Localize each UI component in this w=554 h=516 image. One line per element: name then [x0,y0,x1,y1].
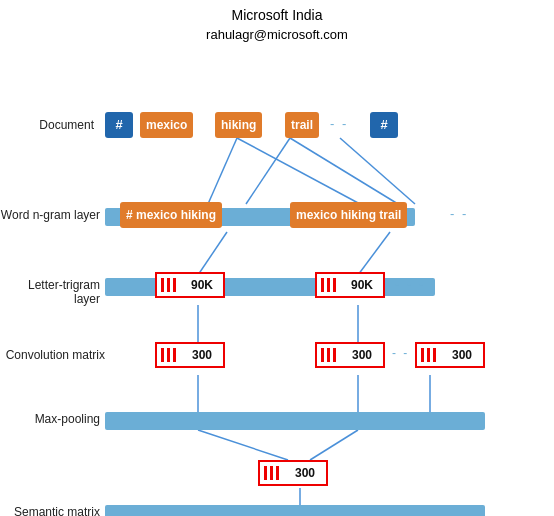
svg-line-6 [358,232,390,275]
semantic-bar [105,505,485,516]
trigram-feat-2: 90K [315,272,385,298]
doc-dashes: - - [330,116,348,131]
trail-token: trail [285,112,319,138]
line3 [173,278,176,292]
header-line2: rahulagr@microsoft.com [0,26,554,44]
ngram-dashes: - - [450,206,468,221]
conv-lines-2 [317,344,339,366]
letter-trigram-label: Letter-trigram layer [0,278,100,306]
line3 [333,278,336,292]
trigram-lines-1 [157,274,179,296]
mexico-token: mexico [140,112,193,138]
pool-feat: 300 [258,460,328,486]
word-ngram-label: Word n-gram layer [0,208,100,222]
line2 [327,278,330,292]
semantic-label: Semantic matrix [5,505,100,516]
svg-line-0 [208,138,237,204]
hash-box-2: # [370,112,398,138]
conv-dashes: - - [392,346,409,360]
trigram-lines-2 [317,274,339,296]
diagram: Document # mexico hiking trail - - # Wor… [0,50,554,510]
line2 [167,278,170,292]
ngram2-token: mexico hiking trail [290,202,407,228]
convolution-label: Convolution matrix [0,348,105,362]
hiking-token: hiking [215,112,262,138]
svg-line-2 [237,138,360,204]
svg-line-3 [290,138,398,204]
pool-lines [260,462,282,484]
conv-lines-3 [417,344,439,366]
conv-lines-1 [157,344,179,366]
conv-feat-1: 300 [155,342,225,368]
hash-box-1: # [105,112,133,138]
maxpool-bar [105,412,485,430]
line1 [161,278,164,292]
trigram-dashes: - - - [395,276,425,291]
conv-feat-2: 300 [315,342,385,368]
trigram-feat-1: 90K [155,272,225,298]
svg-line-12 [198,430,288,460]
svg-line-4 [340,138,415,204]
svg-line-13 [310,430,358,460]
header-line1: Microsoft India [0,6,554,26]
line1 [321,278,324,292]
svg-line-5 [198,232,227,275]
header: Microsoft India rahulagr@microsoft.com [0,0,554,48]
max-pooling-label: Max-pooling [5,412,100,426]
conv-feat-3: 300 [415,342,485,368]
ngram1-token: # mexico hiking [120,202,222,228]
document-label: Document [4,118,94,132]
svg-line-1 [246,138,290,204]
